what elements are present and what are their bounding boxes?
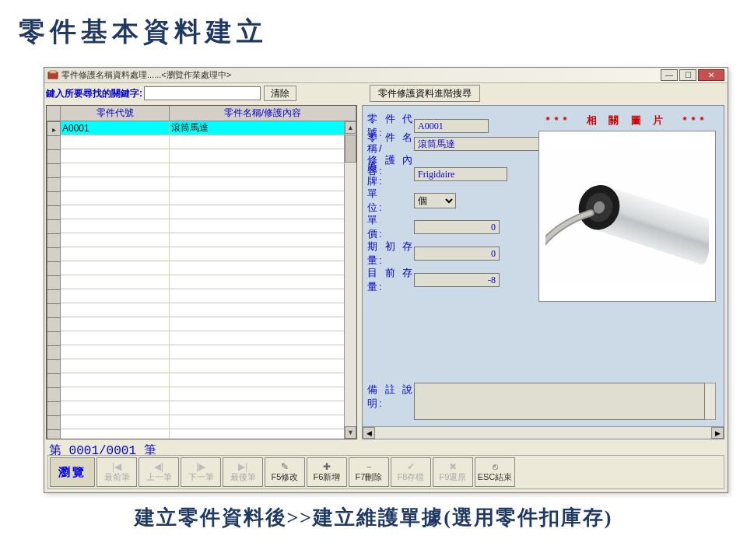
svg-rect-1 <box>50 71 56 73</box>
minimize-button[interactable]: — <box>661 69 678 81</box>
details-panel: 零件代號: 零件名稱/ 修護內容: 廠 牌: 型 式: 單 位: 個 單 價: <box>362 105 724 439</box>
toolbar: 瀏覽 |◀最前筆 ◀|上一筆 |▶下一筆 ▶|最後筆 ✎F5修改 ✚F6新增 －… <box>47 455 724 489</box>
page-heading: 零件基本資料建立 <box>0 0 747 58</box>
cell-name[interactable]: 滾筒馬達 <box>170 121 356 135</box>
roller-motor-image <box>539 131 715 301</box>
table-row[interactable]: ▸ A0001 滾筒馬達 <box>47 121 356 135</box>
remark-scrollbar[interactable] <box>705 383 716 420</box>
scroll-down-icon[interactable]: ▼ <box>345 426 356 439</box>
edit-button[interactable]: ✎F5修改 <box>265 457 305 487</box>
close-button[interactable]: ✕ <box>698 69 724 81</box>
label-curr-stock: 目前存量: <box>367 266 414 294</box>
add-button[interactable]: ✚F6新增 <box>307 457 347 487</box>
part-image[interactable] <box>538 131 716 302</box>
delete-button[interactable]: －F7刪除 <box>349 457 389 487</box>
exit-icon: ⎋ <box>493 462 498 471</box>
scroll-right-icon[interactable]: ▶ <box>711 427 724 439</box>
image-caption: *** 相 關 圖 片 *** <box>538 114 716 128</box>
parts-grid[interactable]: 零件代號 零件名稱/修護內容 ▸ A0001 滾筒馬達 <box>46 105 357 439</box>
field-brand[interactable] <box>414 167 507 181</box>
col-code[interactable]: 零件代號 <box>61 106 170 121</box>
save-icon: ✔ <box>407 462 415 471</box>
field-remark[interactable] <box>414 383 705 420</box>
label-remark: 備註說明: <box>367 383 414 411</box>
footer-note: 建立零件資料後>>建立維護單據(選用零件扣庫存) <box>0 504 747 531</box>
label-price: 單 價: <box>367 213 414 241</box>
undo-icon: ✖ <box>449 462 457 471</box>
first-icon: |◀ <box>112 462 121 471</box>
window-title: 零件修護名稱資料處理......<瀏覽作業處理中> <box>61 69 231 81</box>
scroll-thumb[interactable] <box>345 135 356 163</box>
col-name[interactable]: 零件名稱/修護內容 <box>170 106 356 121</box>
scroll-up-icon[interactable]: ▲ <box>345 121 356 134</box>
next-icon: |▶ <box>196 462 205 471</box>
label-unit: 單 位: <box>367 187 414 215</box>
nav-first-button[interactable]: |◀最前筆 <box>96 457 137 487</box>
app-window: 零件修護名稱資料處理......<瀏覽作業處理中> — ☐ ✕ 鍵入所要尋找的關… <box>44 67 728 493</box>
nav-next-button[interactable]: |▶下一筆 <box>181 457 221 487</box>
edit-icon: ✎ <box>281 462 289 471</box>
row-indicator: ▸ <box>47 121 61 137</box>
grid-header: 零件代號 零件名稱/修護內容 <box>47 106 356 121</box>
search-label: 鍵入所要尋找的關鍵字: <box>46 87 142 100</box>
cell-code[interactable]: A0001 <box>61 121 170 135</box>
titlebar: 零件修護名稱資料處理......<瀏覽作業處理中> — ☐ ✕ <box>44 68 728 83</box>
maximize-button[interactable]: ☐ <box>679 69 696 81</box>
field-price[interactable] <box>414 220 500 234</box>
delete-icon: － <box>364 462 374 471</box>
undo-button[interactable]: ✖F9還原 <box>433 457 473 487</box>
label-brand: 廠 牌: <box>367 160 414 188</box>
grid-scrollbar[interactable]: ▲ ▼ <box>344 121 356 439</box>
search-input[interactable] <box>144 86 261 100</box>
app-icon <box>47 70 58 81</box>
advanced-search-button[interactable]: 零件修護資料進階搜尋 <box>370 85 480 102</box>
field-code[interactable] <box>414 119 489 133</box>
mode-browse[interactable]: 瀏覽 <box>50 457 95 487</box>
remark-row: 備註說明: <box>367 383 716 420</box>
last-icon: ▶| <box>238 462 247 471</box>
field-curr-stock[interactable] <box>414 273 500 287</box>
search-bar: 鍵入所要尋找的關鍵字: 清除 <box>46 85 342 102</box>
details-h-scrollbar[interactable]: ◀ ▶ <box>363 426 724 439</box>
clear-button[interactable]: 清除 <box>264 86 296 101</box>
nav-last-button[interactable]: ▶|最後筆 <box>223 457 263 487</box>
field-init-stock[interactable] <box>414 247 500 261</box>
field-unit[interactable]: 個 <box>414 193 456 208</box>
nav-prev-button[interactable]: ◀|上一筆 <box>139 457 179 487</box>
grid-body: ▸ A0001 滾筒馬達 <box>47 121 356 439</box>
save-button[interactable]: ✔F8存檔 <box>391 457 431 487</box>
scroll-left-icon[interactable]: ◀ <box>363 427 375 439</box>
label-init-stock: 期初存量: <box>367 240 414 268</box>
exit-button[interactable]: ⎋ESC結束 <box>475 457 515 487</box>
add-icon: ✚ <box>323 462 331 471</box>
row-indicator-col <box>47 106 61 121</box>
prev-icon: ◀| <box>154 462 163 471</box>
